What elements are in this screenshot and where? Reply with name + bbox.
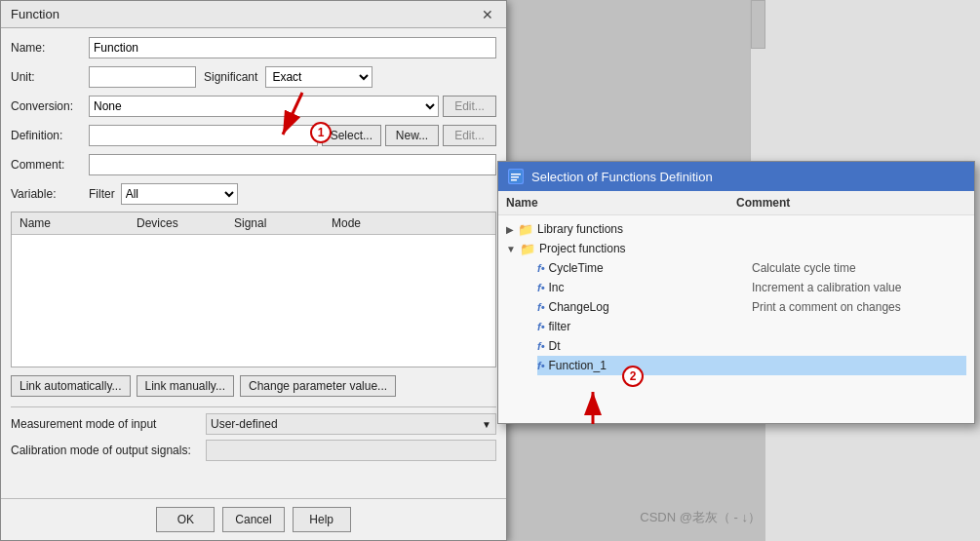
conversion-edit-button[interactable]: Edit... <box>443 96 496 117</box>
watermark: CSDN @老灰（ - ↓） <box>640 509 761 526</box>
definition-label: Definition: <box>11 129 89 142</box>
sel-columns-header: Name Comment <box>498 191 974 215</box>
comment-input[interactable] <box>89 154 496 175</box>
filter-select[interactable]: All <box>121 183 238 205</box>
folder-icon: 📁 <box>518 222 533 237</box>
calibration-label: Calibration mode of output signals: <box>11 444 206 457</box>
calibration-value <box>206 440 496 461</box>
ok-button[interactable]: OK <box>156 507 215 532</box>
significant-select[interactable]: Exact <box>265 66 372 88</box>
list-item[interactable]: f• ChangeLog Print a comment on changes <box>537 297 966 317</box>
unit-input[interactable] <box>89 66 196 88</box>
filter-label: Filter <box>89 187 115 201</box>
link-manual-button[interactable]: Link manually... <box>137 375 234 397</box>
function-dialog-title: Function <box>11 7 59 21</box>
variable-label: Variable: <box>11 187 89 201</box>
list-item[interactable]: f• Inc Increment a calibration value <box>537 278 966 297</box>
inc-comment: Increment a calibration value <box>752 281 966 294</box>
measurement-row: Measurement mode of input User-defined ▼ <box>11 413 496 435</box>
col-name-header: Name <box>506 194 736 212</box>
filter-label: filter <box>549 320 571 333</box>
comment-row: Comment: <box>11 153 496 176</box>
dt-label: Dt <box>549 339 561 353</box>
inc-label: Inc <box>549 281 565 294</box>
dialog-footer: OK Cancel Help <box>1 498 506 540</box>
project-functions-label: Project functions <box>539 242 626 255</box>
cycletime-comment: Calculate cycle time <box>752 261 966 275</box>
cycletime-label: CycleTime <box>549 261 604 275</box>
list-item[interactable]: ▼ 📁 Project functions <box>506 239 966 258</box>
help-button[interactable]: Help <box>293 507 351 532</box>
bottom-buttons: Link automatically... Link manually... C… <box>11 375 496 397</box>
new-button[interactable]: New... <box>385 125 439 146</box>
cancel-button[interactable]: Cancel <box>222 507 284 532</box>
list-item[interactable]: f• Function_1 <box>537 356 966 375</box>
svg-rect-2 <box>511 176 519 178</box>
selection-body: Name Comment ▶ 📁 Library functions ▼ 📁 P… <box>498 191 974 423</box>
change-param-button[interactable]: Change parameter value... <box>240 375 396 397</box>
function1-label: Function_1 <box>549 359 607 372</box>
chevron-right-icon: ▶ <box>506 224 514 235</box>
table-header: Name Devices Signal Mode <box>12 213 495 235</box>
significant-label: Significant <box>204 70 257 84</box>
function-icon: f• <box>537 262 545 274</box>
col-comment-header: Comment <box>736 194 966 212</box>
measurement-label: Measurement mode of input <box>11 417 206 431</box>
variable-table: Name Devices Signal Mode <box>11 212 496 367</box>
measurement-value: User-defined ▼ <box>206 413 496 435</box>
calibration-row: Calibration mode of output signals: <box>11 440 496 461</box>
conversion-select[interactable]: None <box>89 96 439 117</box>
function-icon: f• <box>537 360 545 371</box>
library-functions-label: Library functions <box>537 222 623 236</box>
function-icon: f• <box>537 340 545 352</box>
selection-titlebar: Selection of Functions Definition <box>498 162 974 191</box>
name-row: Name: <box>11 36 496 59</box>
svg-rect-1 <box>511 174 521 175</box>
function-dialog-body: Name: Unit: Significant Exact Conversion… <box>1 28 506 474</box>
function-dialog-titlebar: Function ✕ <box>1 1 506 28</box>
function-icon: f• <box>537 321 545 332</box>
col-mode: Mode <box>328 214 406 232</box>
name-label: Name: <box>11 41 89 55</box>
definition-input[interactable] <box>89 125 318 146</box>
selection-dialog: Selection of Functions Definition Name C… <box>497 161 975 424</box>
function-icon: f• <box>537 301 545 313</box>
badge-1: 1 <box>310 122 332 143</box>
unit-row: Unit: Significant Exact <box>11 65 496 89</box>
svg-rect-3 <box>511 179 517 181</box>
selection-title: Selection of Functions Definition <box>531 170 713 184</box>
list-item[interactable]: f• CycleTime Calculate cycle time <box>537 258 966 278</box>
name-input[interactable] <box>89 37 496 58</box>
close-button[interactable]: ✕ <box>479 6 496 23</box>
list-item[interactable]: f• filter <box>537 317 966 336</box>
badge-2: 2 <box>622 366 644 387</box>
scroll-area[interactable] <box>750 0 765 161</box>
link-auto-button[interactable]: Link automatically... <box>11 375 131 397</box>
conversion-row: Conversion: None Edit... <box>11 95 496 118</box>
definition-edit-button[interactable]: Edit... <box>443 125 496 146</box>
variable-row: Variable: Filter All <box>11 182 496 206</box>
scroll-thumb[interactable] <box>751 0 765 49</box>
unit-label: Unit: <box>11 70 89 84</box>
selection-title-icon <box>508 169 524 184</box>
col-signal: Signal <box>230 214 328 232</box>
changelog-comment: Print a comment on changes <box>752 300 966 314</box>
tree-container: ▶ 📁 Library functions ▼ 📁 Project functi… <box>498 215 974 420</box>
list-item[interactable]: f• Dt <box>537 336 966 356</box>
col-name: Name <box>16 214 133 232</box>
function-dialog: Function ✕ Name: Unit: Significant Exact… <box>0 0 507 541</box>
chevron-down-icon: ▼ <box>506 244 516 254</box>
conversion-label: Conversion: <box>11 99 89 113</box>
function-icon: f• <box>537 282 545 293</box>
col-devices: Devices <box>133 214 230 232</box>
folder-icon: 📁 <box>520 242 535 256</box>
list-item[interactable]: ▶ 📁 Library functions <box>506 219 966 239</box>
definition-row: Definition: Select... New... Edit... <box>11 124 496 147</box>
changelog-label: ChangeLog <box>549 300 609 314</box>
comment-label: Comment: <box>11 158 89 172</box>
